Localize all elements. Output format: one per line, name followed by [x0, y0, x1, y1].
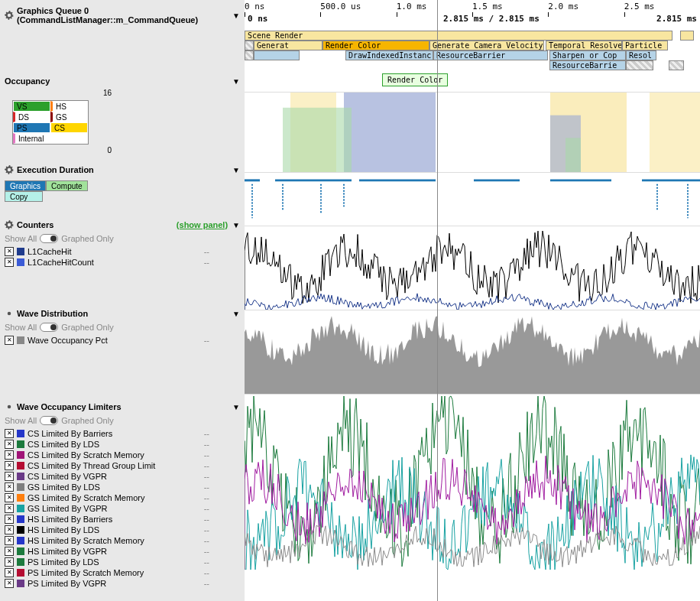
counter-value: -- [204, 482, 209, 492]
counter-row[interactable]: ✕PS Limited By VGPR-- [5, 578, 240, 589]
counter-row[interactable]: ✕HS Limited By Barriers-- [5, 514, 240, 525]
counters-header[interactable]: Counters (show panel) ▼ [5, 217, 240, 232]
execution-graph[interactable] [245, 172, 700, 226]
checkbox-icon[interactable]: ✕ [5, 547, 14, 556]
checkbox-icon[interactable]: ✕ [5, 450, 14, 460]
checkbox-icon[interactable]: ✕ [5, 336, 14, 345]
counter-value: -- [204, 258, 209, 267]
checkbox-icon[interactable]: ✕ [5, 504, 14, 513]
counter-name: CS Limited By Thread Group Limit [28, 461, 201, 470]
counter-value: -- [204, 493, 209, 502]
counter-row[interactable]: ✕PS Limited By LDS-- [5, 557, 240, 567]
checkbox-icon[interactable]: ✕ [5, 579, 14, 588]
checkbox-icon[interactable]: ✕ [5, 525, 14, 534]
legend-hs: HS [50, 101, 88, 112]
counter-row[interactable]: ✕GS Limited By VGPR-- [5, 503, 240, 514]
counter-row[interactable]: ✕CS Limited By Thread Group Limit-- [5, 460, 240, 471]
counter-row[interactable]: ✕CS Limited By LDS-- [5, 439, 240, 450]
counter-name: PS Limited By LDS [28, 557, 201, 567]
checkbox-icon[interactable]: ✕ [5, 258, 14, 267]
track-block[interactable] [245, 50, 254, 60]
graphed-only-toggle[interactable] [40, 323, 58, 332]
collapse-icon: ▼ [232, 77, 240, 86]
gear-icon [5, 11, 14, 20]
checkbox-icon[interactable]: ✕ [5, 482, 14, 492]
svg-rect-2 [283, 108, 352, 172]
checkbox-icon[interactable]: ✕ [5, 247, 14, 256]
checkbox-icon[interactable]: ✕ [5, 568, 14, 577]
time-ruler[interactable]: 0 ns500.0 us1.0 ms1.5 ms2.0 ms2.5 ms 0 n… [245, 0, 700, 31]
counter-value: -- [204, 579, 209, 588]
checkbox-icon[interactable]: ✕ [5, 429, 14, 438]
wave-occ-graph[interactable] [245, 394, 700, 570]
checkbox-icon[interactable]: ✕ [5, 515, 14, 524]
track-drawindexed[interactable]: DrawIndexedInstanc [345, 50, 433, 60]
counter-value: -- [204, 547, 209, 556]
track-resourcebarrier[interactable]: ResourceBarrier [433, 50, 548, 60]
counter-row[interactable]: ✕GS Limited By Scratch Memory-- [5, 492, 240, 503]
color-swatch [17, 547, 24, 555]
show-panel-link[interactable]: (show panel) [177, 220, 228, 229]
queue-header[interactable]: Graphics Queue 0 (CommandListManager::m_… [5, 3, 240, 28]
track-generat[interactable]: Generat [254, 41, 322, 50]
shader-legend: VS HS DS GS PS CS Internal [12, 100, 89, 145]
track-block[interactable] [669, 60, 684, 70]
track-gen-cam-vel[interactable]: Generate Camera Velocity [429, 41, 544, 50]
occupancy-graph[interactable] [245, 92, 700, 172]
counter-row[interactable]: ✕GS Limited By LDS-- [5, 482, 240, 492]
counter-name: HS Limited By LDS [28, 525, 201, 534]
track-block[interactable] [254, 50, 300, 60]
color-swatch [17, 462, 24, 469]
wave-dist-title: Wave Distribution [17, 309, 232, 318]
track-sharpen[interactable]: Sharpen or Cop [549, 50, 626, 60]
time-cursor[interactable] [437, 0, 438, 601]
track-resol[interactable]: Resol [626, 50, 656, 60]
pipeline-legend: Graphics Compute Copy [5, 180, 92, 202]
wave-occ-header[interactable]: Wave Occupancy Limiters ▼ [5, 399, 240, 414]
track-particle[interactable]: Particle [622, 41, 668, 50]
track-temporal[interactable]: Temporal Resolve [546, 41, 622, 50]
ruler-tick: 500.0 us [320, 2, 396, 11]
counter-row[interactable]: ✕HS Limited By Scratch Memory-- [5, 535, 240, 546]
track-area[interactable]: Scene Render Generat Render Color Genera… [245, 31, 700, 76]
execution-header[interactable]: Execution Duration ▼ [5, 162, 240, 177]
counter-row[interactable]: ✕CS Limited By Scratch Memory-- [5, 450, 240, 460]
counter-name: L1CacheHitCount [28, 258, 201, 267]
color-swatch [17, 515, 24, 523]
checkbox-icon[interactable]: ✕ [5, 493, 14, 502]
legend-compute: Compute [46, 180, 88, 191]
counter-row[interactable]: ✕L1CacheHitCount-- [5, 257, 240, 268]
checkbox-icon[interactable]: ✕ [5, 440, 14, 449]
graphed-only-toggle[interactable] [40, 416, 58, 425]
track-block[interactable] [245, 41, 254, 50]
counter-row[interactable]: ✕CS Limited By VGPR-- [5, 471, 240, 482]
occupancy-header[interactable]: Occupancy ▼ [5, 73, 240, 89]
counter-row[interactable]: ✕HS Limited By LDS-- [5, 525, 240, 535]
show-all-label: Show All [5, 416, 37, 425]
checkbox-icon[interactable]: ✕ [5, 557, 14, 567]
wave-dist-graph[interactable] [245, 310, 700, 394]
wave-dist-list: ✕Wave Occupancy Pct-- [5, 335, 240, 346]
counters-graph[interactable] [245, 226, 700, 310]
counter-row[interactable]: ✕HS Limited By VGPR-- [5, 546, 240, 557]
checkbox-icon[interactable]: ✕ [5, 461, 14, 470]
track-block[interactable] [680, 31, 694, 41]
track-render-color[interactable]: Render Color [322, 41, 429, 50]
checkbox-icon[interactable]: ✕ [5, 472, 14, 481]
show-all-label: Show All [5, 234, 37, 243]
track-resourcebarrie[interactable]: ResourceBarrie [549, 60, 626, 70]
svg-rect-6 [566, 138, 581, 172]
wave-dist-header[interactable]: Wave Distribution ▼ [5, 306, 240, 321]
counter-row[interactable]: ✕PS Limited By Scratch Memory-- [5, 567, 240, 578]
counter-row[interactable]: ✕CS Limited By Barriers-- [5, 428, 240, 439]
checkbox-icon[interactable]: ✕ [5, 536, 14, 545]
color-swatch [17, 336, 24, 344]
legend-ps: PS [13, 122, 50, 133]
counter-row[interactable]: ✕L1CacheHit-- [5, 246, 240, 257]
color-swatch [17, 440, 24, 448]
graphed-only-toggle[interactable] [40, 234, 58, 243]
track-block[interactable] [626, 60, 653, 70]
ruler-tick: 1.0 ms [397, 2, 472, 11]
counter-row[interactable]: ✕Wave Occupancy Pct-- [5, 335, 240, 346]
track-scene-render[interactable]: Scene Render [245, 31, 672, 41]
